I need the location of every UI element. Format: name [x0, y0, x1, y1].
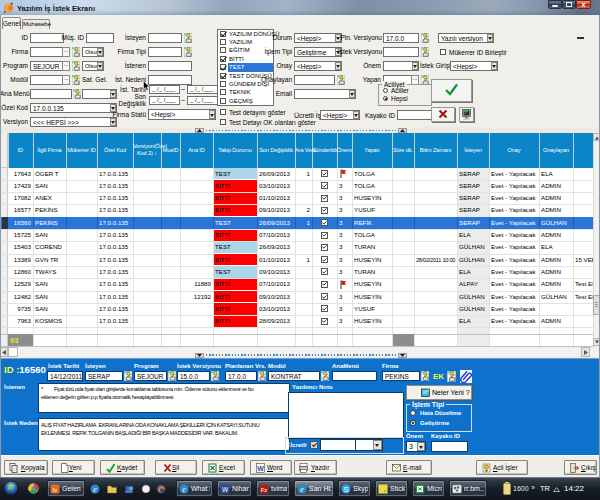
svg-text:W: W — [257, 465, 264, 472]
svg-text:Fz: Fz — [261, 486, 268, 492]
svg-text:fv: fv — [53, 486, 58, 492]
svg-text:S: S — [343, 484, 348, 493]
svg-text:e: e — [182, 484, 186, 493]
svg-text:e: e — [300, 484, 304, 493]
svg-text:W: W — [222, 485, 229, 492]
svg-text:e: e — [93, 484, 97, 493]
